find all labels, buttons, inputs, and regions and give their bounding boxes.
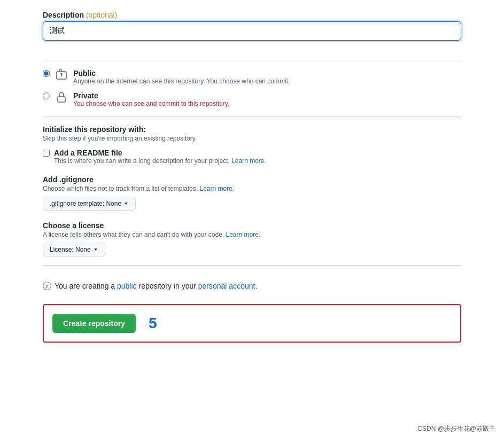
readme-learn-more[interactable]: Learn more. bbox=[231, 157, 266, 165]
svg-rect-3 bbox=[58, 97, 65, 102]
private-title: Private bbox=[73, 91, 229, 100]
initialize-subtitle: Skip this step if you're importing an ex… bbox=[43, 135, 461, 142]
initialize-title: Initialize this repository with: bbox=[43, 125, 461, 134]
license-title: Choose a license bbox=[43, 221, 461, 230]
public-option[interactable]: Public Anyone on the internet can see th… bbox=[43, 69, 461, 85]
optional-label: (optional) bbox=[86, 11, 117, 19]
private-desc: You choose who can see and commit to thi… bbox=[73, 100, 229, 107]
gitignore-section: Add .gitignore Choose which files not to… bbox=[43, 175, 461, 211]
public-title: Public bbox=[73, 69, 290, 77]
divider-1 bbox=[43, 60, 461, 60]
private-icon bbox=[55, 91, 68, 104]
create-repository-button[interactable]: Create repository bbox=[52, 314, 136, 333]
license-select[interactable]: License: None bbox=[43, 243, 105, 257]
readme-text: Add a README file This is where you can … bbox=[54, 149, 266, 165]
watermark: CSDN @步步生花@苏殿主 bbox=[417, 424, 495, 433]
public-icon bbox=[55, 68, 68, 81]
info-icon: i bbox=[43, 282, 51, 290]
description-input[interactable] bbox=[43, 21, 461, 41]
info-text: i You are creating a public repository i… bbox=[43, 282, 461, 290]
divider-2 bbox=[43, 116, 461, 117]
personal-account-link[interactable]: personal account bbox=[198, 282, 255, 290]
license-section: Choose a license A license tells others … bbox=[43, 221, 461, 257]
info-box: i You are creating a public repository i… bbox=[43, 276, 461, 296]
readme-checkbox[interactable] bbox=[43, 150, 50, 157]
license-desc: A license tells others what they can and… bbox=[43, 231, 461, 238]
step-number: 5 bbox=[149, 315, 157, 332]
public-desc: Anyone on the internet can see this repo… bbox=[73, 77, 290, 85]
readme-title: Add a README file bbox=[54, 149, 266, 157]
description-label: Description (optional) bbox=[43, 11, 461, 19]
license-learn-more[interactable]: Learn more. bbox=[226, 231, 261, 238]
svg-point-2 bbox=[61, 73, 62, 74]
readme-option: Add a README file This is where you can … bbox=[43, 149, 461, 165]
divider-3 bbox=[43, 265, 461, 266]
gitignore-desc: Choose which files not to track from a l… bbox=[43, 185, 461, 192]
readme-desc: This is where you can write a long descr… bbox=[54, 157, 266, 165]
public-radio[interactable] bbox=[43, 70, 50, 77]
private-option[interactable]: Private You choose who can see and commi… bbox=[43, 91, 461, 107]
gitignore-learn-more[interactable]: Learn more. bbox=[199, 185, 234, 192]
create-button-area: Create repository 5 bbox=[43, 304, 461, 343]
gitignore-select[interactable]: .gitignore template: None bbox=[43, 197, 136, 211]
gitignore-title: Add .gitignore bbox=[43, 175, 461, 184]
public-link[interactable]: public bbox=[117, 282, 137, 290]
private-text: Private You choose who can see and commi… bbox=[73, 91, 229, 107]
public-text: Public Anyone on the internet can see th… bbox=[73, 69, 290, 85]
private-radio[interactable] bbox=[43, 92, 50, 99]
initialize-section: Initialize this repository with: Skip th… bbox=[43, 125, 461, 165]
visibility-section: Public Anyone on the internet can see th… bbox=[43, 69, 461, 107]
